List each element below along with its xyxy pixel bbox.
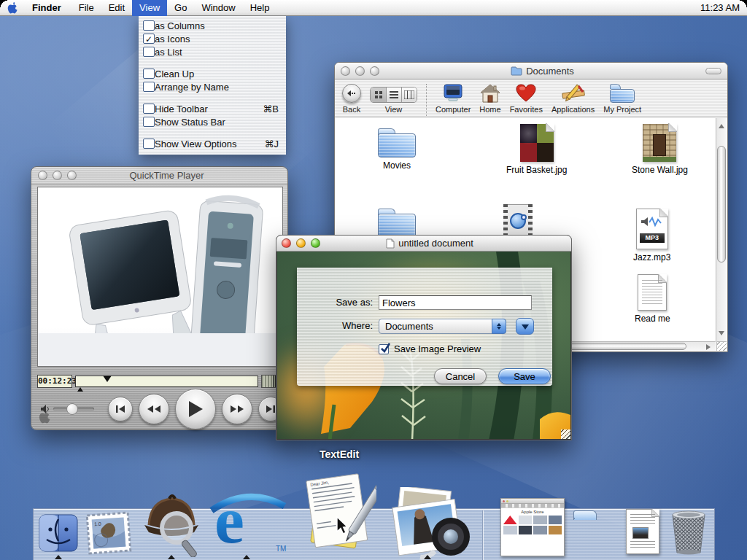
- playhead-marker[interactable]: [103, 376, 112, 386]
- file-movies[interactable]: Movies: [378, 128, 416, 171]
- running-indicator: [55, 551, 62, 559]
- heart-icon: [516, 84, 536, 103]
- svg-text:e: e: [214, 483, 244, 556]
- toolbar-item-applications[interactable]: Applications: [551, 82, 595, 114]
- minimize-button[interactable]: [53, 171, 62, 180]
- file-read-me[interactable]: Read me: [635, 274, 670, 324]
- powermac-video-frame: [38, 187, 283, 367]
- dock-item-trash[interactable]: [665, 506, 712, 560]
- menu-help[interactable]: Help: [243, 0, 277, 16]
- menu-item-show-view-options[interactable]: Show View Options⌘J: [139, 137, 286, 150]
- zoom-button[interactable]: [370, 66, 379, 76]
- dock-item-image-capture[interactable]: [384, 487, 476, 560]
- menu-item-clean-up[interactable]: Clean Up: [139, 67, 286, 80]
- apple-logo-icon: [7, 2, 18, 14]
- timeline-slider[interactable]: [75, 376, 258, 387]
- minimize-button[interactable]: [296, 238, 306, 248]
- menu-item-hide-toolbar[interactable]: Hide Toolbar⌘B: [139, 102, 286, 115]
- quicktime-video-area: [37, 187, 283, 367]
- resize-grip[interactable]: [561, 429, 570, 439]
- text-file-icon: [638, 274, 667, 311]
- close-button[interactable]: [341, 66, 350, 76]
- menu-item-arrange-by-name[interactable]: Arrange by Name: [139, 80, 286, 93]
- textedit-icon: Dear Jim,: [303, 468, 376, 554]
- save-button[interactable]: Save: [498, 368, 551, 384]
- internet-explorer-icon: e TM: [209, 483, 289, 556]
- file-fruit-basket[interactable]: Fruit Basket.jpg: [506, 124, 567, 175]
- fast-forward-button[interactable]: [222, 394, 252, 424]
- dock-divider: [482, 510, 483, 560]
- menu-item-as-columns[interactable]: as Columns: [139, 19, 286, 32]
- popup-stepper-icon: [492, 319, 506, 334]
- toolbar-item-my-project[interactable]: My Project: [603, 82, 641, 114]
- finder-title-bar[interactable]: Documents: [335, 63, 727, 79]
- menu-item-as-list[interactable]: as List: [139, 45, 286, 58]
- toolbar-item-favorites[interactable]: Favorites: [510, 82, 543, 114]
- column-view-segment[interactable]: [401, 88, 417, 102]
- close-button[interactable]: [38, 171, 47, 180]
- toolbar-item-home[interactable]: Home: [479, 82, 500, 114]
- cancel-button[interactable]: Cancel: [434, 368, 487, 384]
- menu-separator: [139, 58, 286, 67]
- scroll-up-arrow[interactable]: [719, 121, 724, 128]
- dock-item-finder[interactable]: [38, 512, 79, 556]
- menu-edit[interactable]: Edit: [101, 0, 132, 16]
- view-switcher[interactable]: View: [370, 82, 417, 114]
- save-sheet: Save as: Where: Documents Save Image Pre…: [297, 268, 552, 386]
- file-jazz-mp3[interactable]: MP3 Jazz.mp3: [633, 209, 670, 262]
- scroll-down-arrow[interactable]: [719, 331, 724, 338]
- vertical-scrollbar[interactable]: [716, 118, 727, 341]
- zoom-button[interactable]: [311, 238, 320, 248]
- quicktime-title-bar[interactable]: QuickTime Player: [31, 167, 287, 184]
- minimize-button[interactable]: [355, 66, 365, 76]
- dock-item-textedit[interactable]: Dear Jim,: [303, 468, 376, 557]
- save-as-input[interactable]: [379, 295, 532, 310]
- disclosure-triangle-icon: [522, 324, 529, 333]
- menu-go[interactable]: Go: [167, 0, 194, 16]
- apple-logo-icon: [39, 411, 50, 424]
- menu-window[interactable]: Window: [194, 0, 242, 16]
- toolbar-item-computer[interactable]: Computer: [436, 82, 471, 114]
- photos-loupe-icon: [384, 487, 476, 560]
- back-button[interactable]: Back: [342, 82, 361, 114]
- resize-grip[interactable]: [716, 341, 727, 351]
- toolbar-separator: [426, 84, 427, 116]
- volume-slider[interactable]: [53, 408, 94, 411]
- go-to-start-button[interactable]: [108, 397, 133, 421]
- menu-item-as-icons[interactable]: ✓as Icons: [139, 32, 286, 45]
- scroll-right-arrow[interactable]: [706, 344, 713, 350]
- menu-separator: [139, 128, 286, 137]
- dock-item-document[interactable]: [626, 509, 659, 554]
- toolbar-toggle-pill[interactable]: [705, 68, 721, 74]
- running-indicator: [424, 551, 431, 559]
- save-image-preview-checkbox[interactable]: [379, 344, 389, 354]
- zoom-button[interactable]: [67, 171, 77, 180]
- vertical-scroll-thumb[interactable]: [717, 146, 726, 262]
- dock-item-mail[interactable]: 1.0: [85, 510, 133, 559]
- dock-item-internet-explorer[interactable]: e TM: [209, 483, 289, 559]
- svg-text:1.0: 1.0: [94, 521, 101, 527]
- expand-dialog-button[interactable]: [516, 318, 534, 335]
- menu-file[interactable]: File: [71, 0, 101, 16]
- icon-view-segment[interactable]: [371, 88, 386, 102]
- finder-icon: [38, 512, 79, 553]
- running-indicator: [243, 551, 250, 559]
- volume-knob[interactable]: [66, 403, 78, 415]
- dock-item-apple-store-window[interactable]: Apple Store: [500, 498, 565, 556]
- menu-finder[interactable]: Finder: [25, 0, 71, 16]
- dialog-title-bar[interactable]: untitled document: [276, 236, 571, 252]
- checkbox-label: Save Image Preview: [394, 343, 481, 354]
- menu-view[interactable]: View: [132, 0, 167, 16]
- list-view-segment[interactable]: [386, 88, 401, 102]
- where-popup[interactable]: Documents: [379, 319, 506, 334]
- timecode-display: 00:12:23: [37, 375, 72, 388]
- file-folder[interactable]: [378, 209, 416, 238]
- mouse-cursor: [336, 516, 352, 535]
- dock-item-sherlock[interactable]: [140, 487, 204, 560]
- file-stone-wall[interactable]: Stone Wall.jpg: [632, 124, 688, 175]
- rewind-button[interactable]: [139, 394, 169, 424]
- menu-item-show-status-bar[interactable]: Show Status Bar: [139, 115, 286, 128]
- flower-photo: Save as: Where: Documents Save Image Pre…: [277, 252, 570, 439]
- close-button[interactable]: [282, 238, 291, 248]
- play-button[interactable]: [175, 389, 216, 429]
